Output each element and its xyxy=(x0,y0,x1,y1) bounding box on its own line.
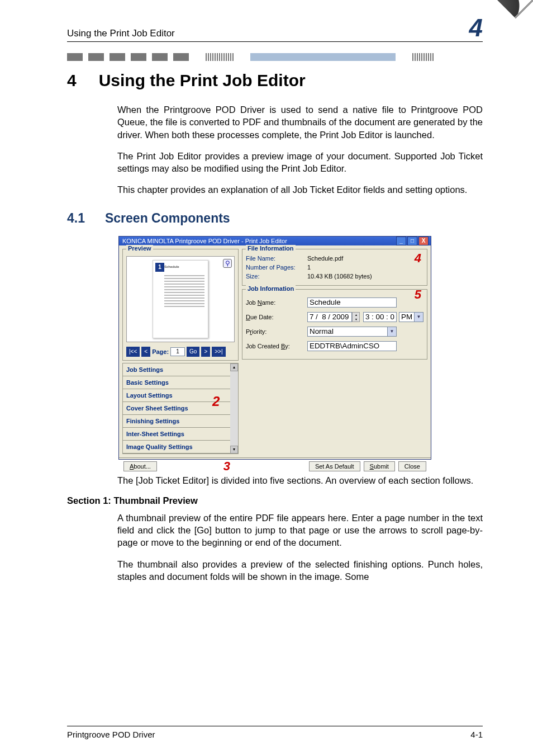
pager-prev-button[interactable]: < xyxy=(141,347,150,357)
pager-first-button[interactable]: |<< xyxy=(126,347,140,357)
chevron-down-icon[interactable]: ▼ xyxy=(388,327,397,337)
ampm-combo[interactable]: ▼ xyxy=(399,312,423,322)
accordion-item[interactable]: Image Quality Settings xyxy=(123,441,238,453)
pager-next-button[interactable]: > xyxy=(201,347,210,357)
priority-combo[interactable]: ▼ xyxy=(307,327,397,337)
file-information-groupbox: File Information 4 File Name: Schedule.p… xyxy=(242,249,427,286)
accordion-item[interactable]: Finishing Settings xyxy=(123,415,238,428)
overview-para: The [Job Ticket Editor] is divided into … xyxy=(117,474,483,486)
callout-3: 3 xyxy=(223,459,230,474)
size-value: 10.43 KB (10682 bytes) xyxy=(307,273,372,280)
job-created-by-label: Job Created By: xyxy=(246,343,307,349)
accordion-item[interactable]: Basic Settings xyxy=(123,376,238,389)
due-date-input[interactable] xyxy=(307,312,352,322)
window-title: KONICA MINOLTA Printgroove POD Driver - … xyxy=(122,238,287,244)
ampm-value[interactable] xyxy=(399,312,415,322)
thumbnail-area: ⚲ 1 Schedule xyxy=(126,256,235,342)
settings-accordion: 2 Job SettingsBasic SettingsLayout Setti… xyxy=(122,363,239,454)
subsection-heading: Section 1: Thumbnail Preview xyxy=(67,495,483,506)
window-maximize-button[interactable]: □ xyxy=(407,237,417,245)
page-footer: Printgroove POD Driver 4-1 xyxy=(67,726,483,739)
file-name-value: Schedule.pdf xyxy=(307,255,343,262)
pager-page-input[interactable] xyxy=(170,347,185,356)
due-date-spinner[interactable]: ▴▾ xyxy=(352,312,360,322)
running-header-text: Using the Print Job Editor xyxy=(67,28,175,39)
intro-para-2: The Print Job Editor provides a preview … xyxy=(117,150,483,175)
thumbnail-page: 1 Schedule xyxy=(153,260,208,338)
job-name-label: Job Name: xyxy=(246,299,307,306)
chevron-down-icon[interactable]: ▼ xyxy=(415,312,423,322)
file-information-legend: File Information xyxy=(246,245,296,252)
footer-right: 4-1 xyxy=(470,730,483,739)
scroll-down-arrow-icon[interactable]: ▾ xyxy=(230,446,238,453)
section-number: 4.1 xyxy=(67,211,85,226)
set-as-default-button[interactable]: Set As Default xyxy=(309,461,360,471)
print-job-editor-screenshot: KONICA MINOLTA Printgroove POD Driver - … xyxy=(118,236,431,460)
callout-5: 5 xyxy=(415,287,421,302)
submit-button[interactable]: Submit xyxy=(364,461,395,471)
thumbnail-doc-title: Schedule xyxy=(164,265,179,268)
file-name-label: File Name: xyxy=(246,255,307,262)
thumbnail-page-number: 1 xyxy=(155,263,164,272)
job-name-input[interactable] xyxy=(307,297,397,308)
section-heading: 4.1 Screen Components xyxy=(67,211,483,226)
pager-go-button[interactable]: Go xyxy=(187,347,199,357)
scroll-up-arrow-icon[interactable]: ▴ xyxy=(230,363,238,371)
pager: |<< < Page: Go > >>| xyxy=(126,347,235,357)
running-header-chapter: 4 xyxy=(469,17,483,39)
preview-legend: Preview xyxy=(126,245,153,252)
pager-last-button[interactable]: >>| xyxy=(212,347,225,357)
accordion-item[interactable]: Layout Settings xyxy=(123,389,238,402)
due-time-input[interactable] xyxy=(363,312,397,322)
callout-4: 4 xyxy=(415,251,421,266)
about-button[interactable]: About... xyxy=(123,461,157,471)
accordion-item[interactable]: Inter-Sheet Settings xyxy=(123,428,238,441)
intro-para-1: When the Printgroove POD Driver is used … xyxy=(117,103,483,141)
pager-label: Page: xyxy=(152,348,169,355)
number-of-pages-label: Number of Pages: xyxy=(246,264,307,271)
section1-para-2: The thumbnail also provides a preview of… xyxy=(117,558,483,583)
window-titlebar: KONICA MINOLTA Printgroove POD Driver - … xyxy=(119,237,431,245)
accordion-item[interactable]: Cover Sheet Settings xyxy=(123,402,238,415)
job-created-by-input[interactable] xyxy=(307,341,397,351)
window-minimize-button[interactable]: _ xyxy=(396,237,406,245)
section-title: Screen Components xyxy=(105,211,230,226)
section1-para-1: A thumbnail preview of the entire PDF fi… xyxy=(117,512,483,549)
zoom-icon[interactable]: ⚲ xyxy=(223,259,232,268)
footer-left: Printgroove POD Driver xyxy=(67,730,155,739)
decor-bar xyxy=(67,53,483,61)
due-date-label: Due Date: xyxy=(246,314,307,320)
job-information-groupbox: Job Information 5 Job Name: Due Date: ▴▾ xyxy=(242,289,427,360)
chapter-title: 4 Using the Print Job Editor xyxy=(67,71,483,90)
chapter-title-number: 4 xyxy=(67,71,77,90)
accordion-item[interactable]: Job Settings xyxy=(123,363,238,376)
running-header: Using the Print Job Editor 4 xyxy=(67,17,483,42)
preview-groupbox: Preview 1 ⚲ 1 Schedule xyxy=(122,249,239,361)
close-button[interactable]: Close xyxy=(398,461,426,471)
thumbnail-lines xyxy=(164,275,204,309)
number-of-pages-value: 1 xyxy=(307,264,311,271)
priority-label: Priority: xyxy=(246,328,307,335)
priority-value[interactable] xyxy=(307,327,388,337)
window-close-button[interactable]: X xyxy=(418,237,429,245)
dialog-footer: About... 3 Set As Default Submit Close xyxy=(119,457,431,475)
size-label: Size: xyxy=(246,273,307,280)
chapter-title-text: Using the Print Job Editor xyxy=(99,71,306,90)
callout-2: 2 xyxy=(212,394,220,409)
intro-para-3: This chapter provides an explanation of … xyxy=(117,183,483,196)
accordion-scrollbar[interactable]: ▴ ▾ xyxy=(230,363,238,453)
job-information-legend: Job Information xyxy=(246,285,296,292)
